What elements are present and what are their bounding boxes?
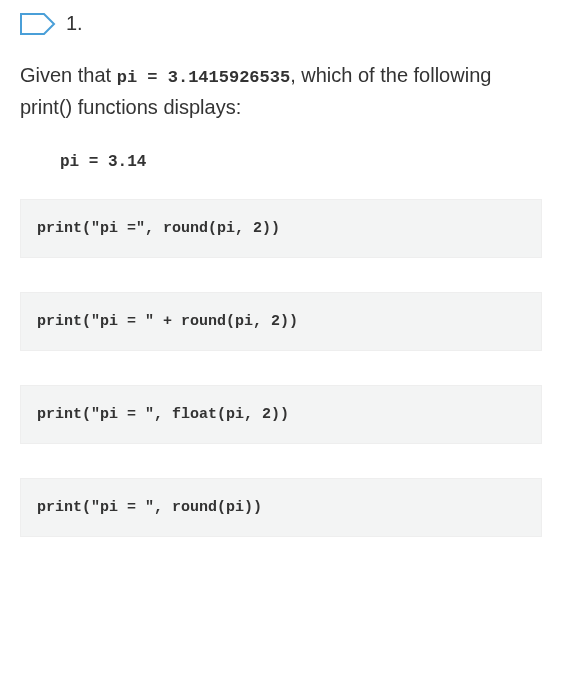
question-text: Given that pi = 3.1415926535, which of t… [20, 59, 542, 123]
answer-option[interactable]: print("pi = " + round(pi, 2)) [20, 292, 542, 351]
question-code-inline: pi = 3.1415926535 [117, 68, 290, 87]
answer-option[interactable]: print("pi = ", round(pi)) [20, 478, 542, 537]
expected-output: pi = 3.14 [60, 153, 542, 171]
arrow-icon [20, 13, 56, 35]
question-number: 1. [66, 12, 83, 35]
answer-option[interactable]: print("pi = ", float(pi, 2)) [20, 385, 542, 444]
answer-option[interactable]: print("pi =", round(pi, 2)) [20, 199, 542, 258]
question-header: 1. [20, 12, 542, 35]
question-prefix: Given that [20, 64, 117, 86]
